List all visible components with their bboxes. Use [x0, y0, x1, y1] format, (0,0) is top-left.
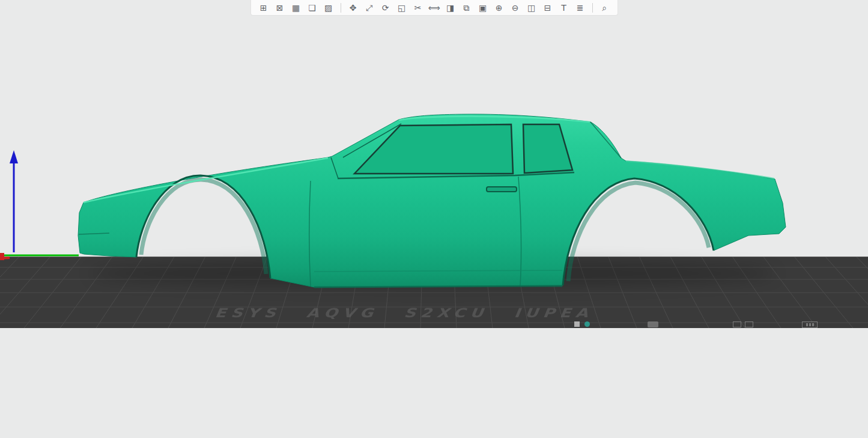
toolbar-icon-cut[interactable]: ✂ — [411, 2, 425, 14]
toolbar-icon-split-to-objects[interactable]: ◫ — [525, 2, 538, 14]
toolbar-icon-rotate[interactable]: ⟳ — [379, 2, 392, 14]
toolbar-icon-delete[interactable]: ⊠ — [273, 2, 287, 14]
top-toolbar: ⊞ ⊠ ▦ ❏ ▨ ✥ ⤢ ⟳ ◱ ✂ ⟺ ◨ ⧉ ▣ ⊕ ⊖ ◫ ⊟ T ≣ … — [250, 0, 618, 16]
z-axis-arrow — [10, 150, 18, 252]
toolbar-icon-split-to-parts[interactable]: ⊟ — [541, 2, 554, 14]
toolbar-icon-scale[interactable]: ⤢ — [363, 2, 376, 14]
toolbar-icon-text-tool[interactable]: T — [557, 2, 571, 14]
bed-logo-dot-icon — [584, 321, 590, 327]
toolbar-icon-remove-instance[interactable]: ⊖ — [509, 2, 522, 14]
toolbar-icon-search[interactable]: ⌕ — [598, 2, 612, 14]
bed-logos — [0, 320, 868, 328]
toolbar-icon-measure[interactable]: ⟺ — [428, 2, 441, 14]
bed-logo-box-icon — [733, 321, 741, 327]
bed-brand-text: ESYS AQVG S2XCU IUPEA — [214, 305, 660, 320]
toolbar-icon-arrange[interactable]: ❏ — [306, 2, 319, 14]
bed-logo-pill-icon — [648, 321, 658, 327]
toolbar-icon-add-instance[interactable]: ⊕ — [493, 2, 506, 14]
toolbar-icon-paste[interactable]: ▣ — [476, 2, 490, 14]
toolbar-icon-delete-all[interactable]: ▦ — [290, 2, 303, 14]
toolbar-icon-copy[interactable]: ⧉ — [460, 2, 473, 14]
model-layer — [0, 0, 868, 438]
toolbar-icon-mirror[interactable]: ◨ — [444, 2, 457, 14]
bed-logo-usb-icon — [802, 321, 818, 328]
rocker-bottom-shadow — [314, 286, 562, 287]
toolbar-icon-variable-layer-height[interactable]: ≣ — [574, 2, 587, 14]
toolbar-icon-fill-bed[interactable]: ▨ — [322, 2, 335, 14]
bed-logo-box-icon — [745, 321, 753, 327]
toolbar-icon-add[interactable]: ⊞ — [257, 2, 270, 14]
bed-logo-square-icon — [574, 321, 580, 327]
toolbar-icon-place-on-face[interactable]: ◱ — [395, 2, 408, 14]
toolbar-divider — [592, 3, 593, 13]
viewport-3d[interactable]: ESYS AQVG S2XCU IUPEA — [0, 0, 868, 438]
toolbar-divider — [341, 3, 341, 13]
toolbar-icon-move[interactable]: ✥ — [347, 2, 360, 14]
door-handle — [487, 187, 517, 192]
